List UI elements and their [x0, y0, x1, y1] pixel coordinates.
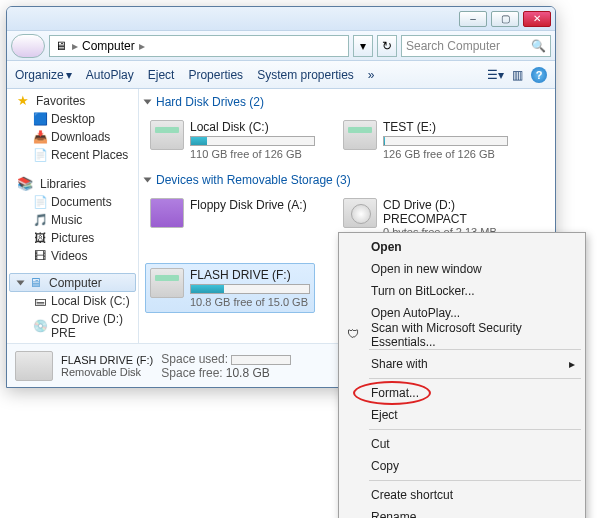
navigation-bar: 🖥 ▸ Computer ▸ ▾ ↻ Search Computer 🔍 — [7, 31, 555, 61]
ctx-bitlocker[interactable]: Turn on BitLocker... — [341, 280, 583, 302]
documents-icon: 📄 — [33, 195, 47, 209]
drive-free: 10.8 GB free of 15.0 GB — [190, 296, 310, 308]
back-forward-buttons[interactable] — [11, 34, 45, 58]
drive-icon: 🖴 — [33, 294, 47, 308]
cd-icon — [343, 198, 377, 228]
minimize-button[interactable]: – — [459, 11, 487, 27]
properties-button[interactable]: Properties — [188, 68, 243, 82]
sidebar-item-music[interactable]: 🎵Music — [7, 211, 138, 229]
desktop-icon: 🟦 — [33, 112, 47, 126]
collapse-icon — [144, 178, 152, 183]
status-free-label: Space free: — [161, 366, 222, 380]
menu-separator — [369, 378, 581, 379]
capacity-bar — [190, 284, 310, 294]
breadcrumb-root[interactable]: Computer — [82, 39, 135, 53]
breadcrumb-sep-icon: ▸ — [139, 39, 145, 53]
computer-icon: 🖥 — [54, 39, 68, 53]
section-removable[interactable]: Devices with Removable Storage (3) — [145, 173, 549, 187]
usb-drive-icon — [150, 268, 184, 298]
submenu-arrow-icon: ▸ — [569, 357, 575, 371]
sidebar-item-local-c[interactable]: 🖴Local Disk (C:) — [7, 292, 138, 310]
system-properties-button[interactable]: System properties — [257, 68, 354, 82]
address-history-button[interactable]: ▾ — [353, 35, 373, 57]
videos-icon: 🎞 — [33, 249, 47, 263]
recent-icon: 📄 — [33, 148, 47, 162]
pictures-icon: 🖼 — [33, 231, 47, 245]
ctx-eject[interactable]: Eject — [341, 404, 583, 426]
search-icon: 🔍 — [531, 39, 546, 53]
menu-separator — [369, 480, 581, 481]
star-icon: ★ — [17, 93, 29, 108]
ctx-open-new-window[interactable]: Open in new window — [341, 258, 583, 280]
ctx-copy[interactable]: Copy — [341, 455, 583, 477]
drive-flash-f[interactable]: FLASH DRIVE (F:) 10.8 GB free of 15.0 GB — [145, 263, 315, 313]
more-button[interactable]: » — [368, 68, 375, 82]
eject-button[interactable]: Eject — [148, 68, 175, 82]
navigation-pane: ★Favorites 🟦Desktop 📥Downloads 📄Recent P… — [7, 89, 139, 343]
floppy-icon — [150, 198, 184, 228]
computer-icon: 🖥 — [29, 275, 42, 290]
drive-label: TEST (E:) — [383, 120, 508, 134]
ctx-cut[interactable]: Cut — [341, 433, 583, 455]
sidebar-libraries[interactable]: 📚Libraries — [7, 172, 138, 193]
sidebar-item-computer[interactable]: 🖥Computer — [9, 273, 136, 292]
drive-test-e[interactable]: TEST (E:) 126 GB free of 126 GB — [338, 115, 513, 165]
hdd-icon — [150, 120, 184, 150]
view-icon[interactable]: ☰▾ — [487, 68, 504, 82]
sidebar-item-cd-d[interactable]: 💿CD Drive (D:) PRE — [7, 310, 138, 342]
downloads-icon: 📥 — [33, 130, 47, 144]
search-placeholder: Search Computer — [406, 39, 500, 53]
titlebar: – ▢ ✕ — [7, 7, 555, 31]
autoplay-button[interactable]: AutoPlay — [86, 68, 134, 82]
section-hdd[interactable]: Hard Disk Drives (2) — [145, 95, 549, 109]
close-button[interactable]: ✕ — [523, 11, 551, 27]
status-name: FLASH DRIVE (F:) — [61, 354, 153, 366]
status-free-value: 10.8 GB — [226, 366, 270, 380]
ctx-open[interactable]: Open — [341, 236, 583, 258]
drive-label: CD Drive (D:) PRECOMPACT — [383, 198, 508, 226]
drive-free: 110 GB free of 126 GB — [190, 148, 315, 160]
status-used-bar — [231, 355, 291, 365]
ctx-share-with[interactable]: Share with▸ — [341, 353, 583, 375]
menu-separator — [369, 429, 581, 430]
capacity-bar — [383, 136, 508, 146]
drive-label: Floppy Disk Drive (A:) — [190, 198, 315, 212]
ctx-create-shortcut[interactable]: Create shortcut — [341, 484, 583, 506]
drive-free: 126 GB free of 126 GB — [383, 148, 508, 160]
collapse-icon — [144, 100, 152, 105]
refresh-button[interactable]: ↻ — [377, 35, 397, 57]
breadcrumb-sep-icon: ▸ — [72, 39, 78, 53]
status-used-label: Space used: — [161, 352, 228, 366]
sidebar-item-videos[interactable]: 🎞Videos — [7, 247, 138, 265]
preview-pane-icon[interactable]: ▥ — [512, 68, 523, 82]
ctx-format[interactable]: Format... — [341, 382, 583, 404]
music-icon: 🎵 — [33, 213, 47, 227]
sidebar-item-pictures[interactable]: 🖼Pictures — [7, 229, 138, 247]
help-icon[interactable]: ? — [531, 67, 547, 83]
sidebar-favorites[interactable]: ★Favorites — [7, 89, 138, 110]
drive-label: Local Disk (C:) — [190, 120, 315, 134]
organize-button[interactable]: Organize ▾ — [15, 68, 72, 82]
drive-local-c[interactable]: Local Disk (C:) 110 GB free of 126 GB — [145, 115, 320, 165]
context-menu: Open Open in new window Turn on BitLocke… — [338, 232, 586, 518]
ctx-scan-security[interactable]: 🛡Scan with Microsoft Security Essentials… — [341, 324, 583, 346]
hdd-icon — [343, 120, 377, 150]
capacity-bar — [190, 136, 315, 146]
search-input[interactable]: Search Computer 🔍 — [401, 35, 551, 57]
ctx-rename[interactable]: Rename — [341, 506, 583, 518]
address-bar[interactable]: 🖥 ▸ Computer ▸ — [49, 35, 349, 57]
maximize-button[interactable]: ▢ — [491, 11, 519, 27]
sidebar-item-documents[interactable]: 📄Documents — [7, 193, 138, 211]
drive-floppy-a[interactable]: Floppy Disk Drive (A:) — [145, 193, 320, 255]
sidebar-item-desktop[interactable]: 🟦Desktop — [7, 110, 138, 128]
sidebar-item-downloads[interactable]: 📥Downloads — [7, 128, 138, 146]
chevron-down-icon: ▾ — [66, 68, 72, 82]
command-bar: Organize ▾ AutoPlay Eject Properties Sys… — [7, 61, 555, 89]
libraries-icon: 📚 — [17, 176, 33, 191]
menu-separator — [369, 349, 581, 350]
cd-icon: 💿 — [33, 319, 47, 333]
usb-drive-icon — [15, 351, 53, 381]
sidebar-item-recent[interactable]: 📄Recent Places — [7, 146, 138, 164]
expand-icon — [17, 280, 25, 285]
drive-label: FLASH DRIVE (F:) — [190, 268, 310, 282]
